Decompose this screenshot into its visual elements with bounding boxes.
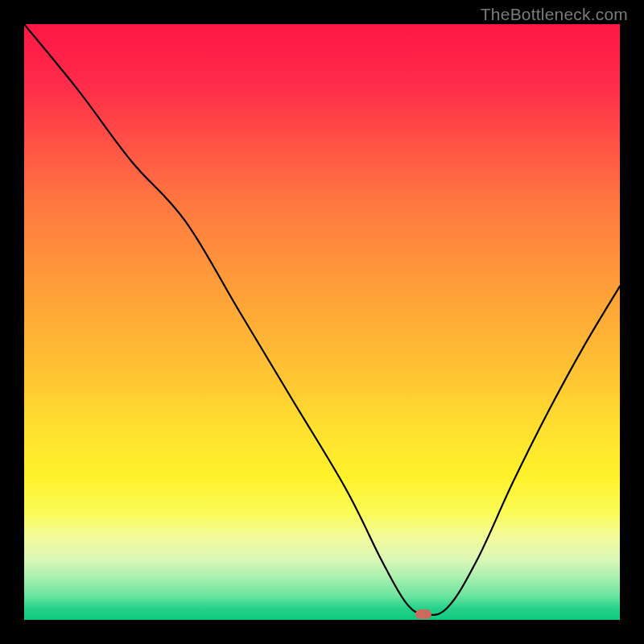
bottleneck-curve (24, 24, 620, 620)
watermark-text: TheBottleneck.com (481, 5, 628, 24)
plot-area (24, 24, 620, 620)
minimum-marker (415, 609, 431, 619)
chart-frame: TheBottleneck.com (0, 0, 644, 644)
